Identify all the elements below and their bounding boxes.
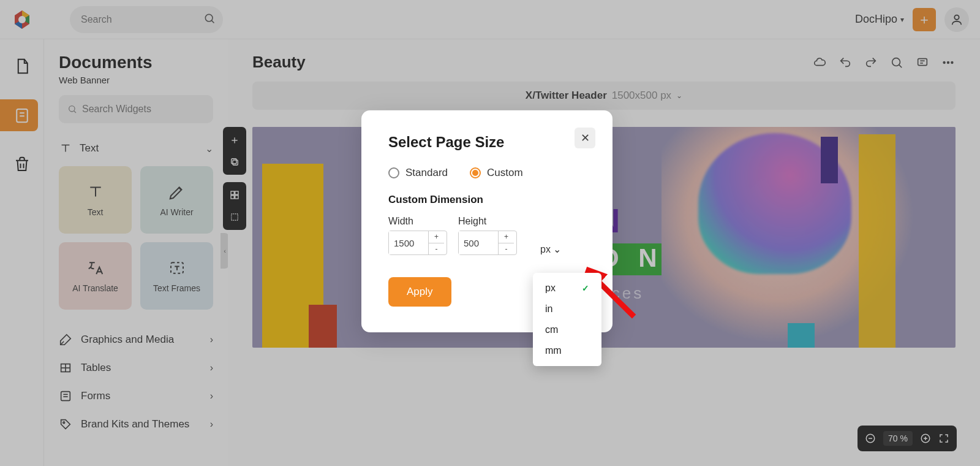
custom-dimension-label: Custom Dimension [388,194,586,206]
unit-option-label: px [545,283,556,294]
unit-dropdown-menu: px ✓ in cm mm [533,273,601,366]
radio-icon [470,167,481,178]
width-input[interactable] [389,231,428,254]
width-step-down[interactable]: - [429,243,444,255]
width-label: Width [388,216,447,227]
unit-selected-label: px [540,244,551,255]
radio-custom-label: Custom [487,167,523,179]
check-icon: ✓ [582,283,589,293]
width-step-up[interactable]: + [429,231,444,243]
height-step-down[interactable]: - [499,243,514,255]
radio-standard-label: Standard [405,167,448,179]
width-input-wrap: + - [388,231,447,255]
unit-option-label: in [545,304,552,315]
height-label: Height [458,216,517,227]
unit-option-mm[interactable]: mm [533,340,601,361]
apply-button[interactable]: Apply [388,277,451,307]
height-input-wrap: + - [458,231,517,255]
unit-option-cm[interactable]: cm [533,319,601,340]
chevron-down-icon: ⌄ [553,243,561,255]
close-icon: ✕ [581,131,590,145]
radio-custom[interactable]: Custom [470,167,523,179]
unit-option-label: cm [545,324,558,335]
modal-title: Select Page Size [388,134,586,151]
unit-selector[interactable]: px ⌄ [540,243,561,255]
height-input[interactable] [459,231,498,254]
unit-option-in[interactable]: in [533,299,601,319]
modal-close-button[interactable]: ✕ [575,128,595,148]
unit-option-label: mm [545,345,562,356]
height-step-up[interactable]: + [499,231,514,243]
radio-standard[interactable]: Standard [388,167,448,179]
unit-option-px[interactable]: px ✓ [533,278,601,299]
radio-icon [388,167,399,178]
